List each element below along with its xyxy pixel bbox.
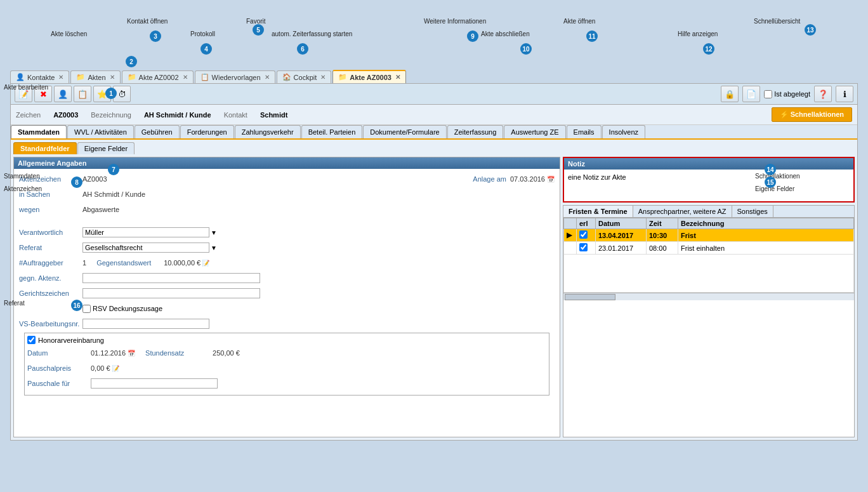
- kontakt-label: Kontakt: [224, 111, 247, 119]
- auftraggeber-value: 1: [82, 259, 86, 267]
- toolbar-btn-info[interactable]: ℹ: [836, 86, 853, 102]
- tab-wiedervorlagen-label: Wiedervorlagen: [212, 74, 261, 81]
- badge-16: 16: [71, 300, 82, 311]
- annotation-kontakt-oeffnen: Kontakt öffnen: [127, 18, 168, 25]
- fristen-tab-sonstiges[interactable]: Sonstiges: [732, 206, 773, 217]
- tab-akte-az0003[interactable]: 📁 Akte AZ0003 ✕: [332, 70, 406, 83]
- anlage-am-label[interactable]: Anlage am: [473, 175, 506, 183]
- tab-kontakte-label: Kontakte: [27, 74, 55, 81]
- tab-cockpit[interactable]: 🏠 Cockpit ✕: [277, 70, 332, 83]
- badge-7: 7: [108, 164, 119, 175]
- aktenzeichen-value: AZ0003: [82, 175, 107, 183]
- toolbar-btn-lock[interactable]: 🔒: [721, 86, 739, 102]
- tab-wiedervorlagen[interactable]: 📋 Wiedervorlagen ✕: [195, 70, 275, 83]
- badge-13: 13: [805, 24, 816, 36]
- table-row: 23.01.2017 08:00 Frist einhalten: [564, 242, 854, 255]
- honorar-section: Honorarvereinbarung Datum 01.12.2016 📅 S…: [24, 333, 549, 396]
- referat-dropdown-icon[interactable]: ▼: [211, 244, 217, 251]
- tab-kontakte-icon: 👤: [16, 73, 25, 81]
- form-row-aktenzeichen: Aktenzeichen AZ0003 Anlage am 07.03.2016…: [19, 173, 555, 185]
- kontakt-value: Schmidt: [260, 111, 287, 119]
- annotation-zeiterfassung: autom. Zeiterfassung starten: [272, 30, 352, 37]
- annotation-weitere-info: Weitere Informationen: [424, 18, 486, 25]
- tab-akten-icon: 📁: [76, 73, 85, 81]
- toolbar-right: 🔒 📄 Ist abgelegt ❓ ℹ: [721, 86, 853, 102]
- rsv-checkbox[interactable]: [82, 305, 91, 313]
- main-tab-gebuehren[interactable]: Gebühren: [135, 125, 180, 138]
- sub-tab-eigene-felder[interactable]: Eigene Felder: [77, 142, 135, 154]
- main-tab-wvl[interactable]: WVL / Aktivitäten: [67, 125, 134, 138]
- toolbar-btn-help[interactable]: ❓: [814, 86, 832, 102]
- referat-dropdown-row: ▼: [82, 243, 217, 253]
- verantwortlich-dropdown-row: ▼: [82, 227, 217, 237]
- main-tab-zeiterfassung[interactable]: Zeiterfassung: [447, 125, 504, 138]
- pauschale-fuer-input[interactable]: [91, 378, 218, 389]
- scrollbar-thumb[interactable]: [565, 294, 615, 300]
- gegn-aktenz-label: gegn. Aktenz.: [19, 274, 82, 282]
- main-tab-auswertung[interactable]: Auswertung ZE: [504, 125, 565, 138]
- vs-input[interactable]: [82, 319, 209, 329]
- honorar-checkbox[interactable]: [27, 336, 36, 344]
- main-tab-zahlungsverkehr[interactable]: Zahlungsverkehr: [235, 125, 301, 138]
- honorar-datum-row: Datum 01.12.2016 📅 Stundensatz 250,00 €: [27, 347, 546, 359]
- row1-erl-checkbox[interactable]: [579, 230, 588, 239]
- tab-akten[interactable]: 📁 Akten ✕: [70, 70, 120, 83]
- horizontal-scrollbar[interactable]: [563, 293, 854, 300]
- main-tab-insolvenz[interactable]: Insolvenz: [602, 125, 645, 138]
- table-row-empty: [564, 255, 854, 293]
- main-tab-forderungen[interactable]: Forderungen: [180, 125, 234, 138]
- gegenstandswert-edit-icon[interactable]: 📝: [202, 260, 209, 267]
- tab-akte-az0003-close[interactable]: ✕: [395, 74, 400, 81]
- form-row-gerichtszeichen: Gerichtszeichen: [19, 287, 555, 300]
- ist-abgelegt-checkbox[interactable]: [764, 90, 772, 98]
- row1-erl: [577, 229, 596, 242]
- toolbar-btn-protocol[interactable]: 📋: [74, 86, 91, 102]
- main-tab-emails[interactable]: Emails: [567, 125, 602, 138]
- ist-abgelegt-text: Ist abgelegt: [774, 90, 810, 98]
- verantwortlich-dropdown-icon[interactable]: ▼: [211, 229, 217, 236]
- left-panel: Allgemeine Angaben Aktenzeichen AZ0003 A…: [13, 157, 560, 437]
- fristen-tab-ansprechpartner[interactable]: Ansprechpartner, weitere AZ: [633, 206, 732, 217]
- col-header-arrow: [564, 218, 577, 229]
- tab-kontakte[interactable]: 👤 Kontakte ✕: [10, 70, 69, 83]
- row2-erl-checkbox[interactable]: [579, 243, 588, 251]
- tab-akte-az0002-close[interactable]: ✕: [183, 74, 188, 81]
- schnellaktionen-btn[interactable]: ⚡ Schnellaktionen: [772, 107, 852, 122]
- row2-zeit: 08:00: [647, 242, 678, 255]
- sub-tab-standardfelder[interactable]: Standardfelder: [13, 142, 77, 154]
- honorar-datum-label: Datum: [27, 349, 91, 357]
- pauschalpreis-edit-icon[interactable]: 📝: [112, 365, 119, 372]
- verantwortlich-input[interactable]: [82, 227, 209, 237]
- annotation-favorit: Favorit: [246, 18, 266, 25]
- honorar-pauschalpreis-row: Pauschalpreis 0,00 € 📝: [27, 362, 546, 375]
- notiz-header: Notiz: [564, 158, 853, 170]
- tab-bar: 👤 Kontakte ✕ 📁 Akten ✕ 📁 Akte AZ0002 ✕ 📋…: [6, 70, 862, 83]
- tab-wiedervorlagen-close[interactable]: ✕: [265, 74, 270, 81]
- wegen-value: Abgaswerte: [82, 206, 119, 213]
- honorar-title: Honorarvereinbarung: [38, 336, 104, 344]
- badge-15: 15: [765, 176, 776, 188]
- gerichtszeichen-input[interactable]: [82, 288, 260, 298]
- tab-akten-close[interactable]: ✕: [110, 74, 115, 81]
- honorar-datum-calendar[interactable]: 📅: [128, 350, 135, 357]
- badge-10: 10: [520, 43, 532, 55]
- rsv-checkbox-label: RSV Deckungszusage: [82, 305, 162, 313]
- toolbar-btn-contact[interactable]: 👤: [54, 86, 72, 102]
- fristen-tab-fristen[interactable]: Fristen & Termine: [563, 206, 633, 217]
- main-tab-dokumente[interactable]: Dokumente/Formulare: [363, 125, 446, 138]
- referat-input[interactable]: [82, 243, 209, 253]
- honorar-pauschale-row: Pauschale für: [27, 377, 546, 390]
- main-tab-parteien[interactable]: Beteil. Parteien: [301, 125, 363, 138]
- annotation-hilfe: Hilfe anzeigen: [678, 30, 718, 37]
- zeichen-label: Zeichen: [16, 111, 41, 119]
- honorar-header: Honorarvereinbarung: [27, 336, 546, 344]
- col-header-bezeichnung: Bezeichnung: [678, 218, 854, 229]
- calendar-icon-anlage[interactable]: 📅: [547, 176, 555, 183]
- main-tab-stammdaten[interactable]: Stammdaten: [11, 125, 67, 138]
- toolbar-btn-doc[interactable]: 📄: [742, 86, 760, 102]
- row2-arrow: [564, 242, 577, 255]
- tab-cockpit-close[interactable]: ✕: [320, 74, 326, 81]
- gegn-aktenz-input[interactable]: [82, 273, 260, 283]
- tab-akte-az0002[interactable]: 📁 Akte AZ0002 ✕: [122, 70, 194, 83]
- tab-kontakte-close[interactable]: ✕: [58, 74, 63, 81]
